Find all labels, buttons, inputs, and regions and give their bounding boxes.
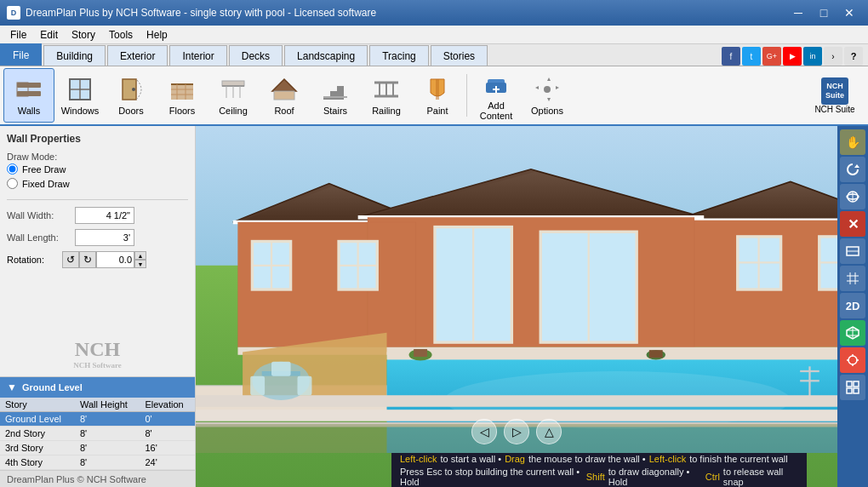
svg-rect-28	[323, 96, 347, 98]
viewport[interactable]: ◁ ▷ △ Left-click to start a wall • Drag …	[196, 126, 837, 487]
facebook-icon[interactable]: f	[722, 47, 740, 66]
table-row[interactable]: 4th Story 8' 24'	[0, 455, 195, 470]
rotate-ccw-button[interactable]: ↺	[62, 251, 79, 268]
menu-file[interactable]: File	[3, 27, 33, 43]
status-text: DreamPlan Plus © NCH Software	[7, 474, 146, 484]
svg-rect-51	[368, 217, 694, 347]
wall-width-label: Wall Width:	[7, 210, 75, 221]
svg-rect-85	[271, 362, 291, 376]
snap-button[interactable]	[840, 347, 865, 373]
svg-rect-115	[854, 388, 859, 393]
rotate-cw-button[interactable]: ↻	[79, 251, 96, 268]
options-icon	[534, 76, 561, 103]
google-icon[interactable]: G+	[762, 47, 781, 66]
close-button[interactable]: ✕	[837, 4, 861, 21]
nav-up-arrow[interactable]: △	[536, 419, 562, 444]
grid-button[interactable]	[840, 266, 865, 291]
tab-decks[interactable]: Decks	[229, 45, 283, 66]
windows-icon	[66, 76, 94, 103]
svg-rect-112	[847, 381, 852, 387]
nch-suite-label: NCH Suite	[814, 105, 854, 114]
orbit-tool-button[interactable]	[840, 184, 865, 209]
wall-width-input[interactable]	[75, 207, 134, 224]
tool-doors[interactable]: Doors	[106, 68, 157, 123]
ground-level-header: ▼ Ground Level	[0, 377, 195, 398]
tool-floors[interactable]: Floors	[157, 68, 208, 123]
menu-help[interactable]: Help	[140, 27, 174, 43]
wall-properties-title: Wall Properties	[7, 133, 188, 145]
ceiling-icon	[220, 76, 247, 103]
story-name: 2nd Story	[0, 427, 75, 441]
table-row[interactable]: Ground Level 8' 0'	[0, 412, 195, 427]
window-controls: ─ □ ✕	[786, 4, 861, 21]
maximize-button[interactable]: □	[812, 4, 836, 21]
nch-logo-text: NCH	[75, 338, 120, 361]
walls-visibility-button[interactable]	[840, 238, 865, 264]
help-icon[interactable]: ?	[844, 47, 863, 66]
doors-icon	[117, 76, 145, 103]
tool-railing[interactable]: Railing	[361, 68, 412, 123]
svg-rect-24	[274, 91, 294, 100]
rotation-input[interactable]	[96, 251, 134, 268]
free-draw-label: Free Draw	[22, 164, 66, 175]
tab-landscaping[interactable]: Landscaping	[284, 45, 368, 66]
rotation-down-button[interactable]: ▼	[134, 260, 146, 268]
twitter-icon[interactable]: t	[742, 47, 761, 66]
table-row[interactable]: 3rd Story 8' 16'	[0, 441, 195, 455]
tool-walls[interactable]: Walls	[3, 68, 54, 123]
story-table: Story Wall Height Elevation Ground Level…	[0, 398, 195, 470]
youtube-icon[interactable]: ▶	[783, 47, 802, 66]
tool-paint[interactable]: Paint	[412, 68, 463, 123]
fixed-draw-radio[interactable]: Fixed Draw	[7, 178, 188, 189]
svg-rect-83	[250, 376, 265, 396]
nav-left-arrow[interactable]: ◁	[471, 419, 497, 444]
free-draw-radio[interactable]: Free Draw	[7, 163, 188, 175]
svg-point-107	[848, 356, 857, 364]
tab-interior[interactable]: Interior	[169, 45, 226, 66]
wall-properties-panel: Wall Properties Draw Mode: Free Draw Fix…	[0, 126, 195, 338]
3d-view-button[interactable]	[840, 320, 865, 346]
tool-windows[interactable]: Windows	[54, 68, 106, 123]
tab-exterior[interactable]: Exterior	[107, 45, 168, 66]
2d-view-button[interactable]: 2D	[840, 293, 865, 318]
menu-tools[interactable]: Tools	[102, 27, 140, 43]
pointer-tool-button[interactable]: ✋	[840, 129, 865, 155]
app-icon: D	[7, 6, 20, 20]
tab-stories[interactable]: Stories	[431, 45, 488, 66]
instruction-line-2: Press Esc to stop building the current w…	[400, 467, 798, 487]
nch-suite-button[interactable]: NCHSuite NCH Suite	[805, 68, 865, 123]
nav-arrows: ◁ ▷ △	[471, 419, 562, 444]
svg-rect-1	[17, 91, 41, 96]
svg-marker-93	[854, 164, 859, 168]
free-draw-input[interactable]	[7, 163, 18, 175]
table-row[interactable]: 2nd Story 8' 8'	[0, 427, 195, 441]
tool-roof[interactable]: Roof	[259, 68, 310, 123]
tab-file[interactable]: File	[0, 43, 42, 66]
svg-rect-78	[387, 352, 837, 359]
minimize-button[interactable]: ─	[786, 4, 810, 21]
window-title: DreamPlan Plus by NCH Software - single …	[26, 7, 376, 19]
story-wall-height: 8'	[75, 455, 140, 470]
menu-edit[interactable]: Edit	[33, 27, 65, 43]
wall-width-row: Wall Width:	[7, 207, 188, 224]
fixed-draw-input[interactable]	[7, 178, 18, 189]
instruction-line-1: Left-click to start a wall • Drag the mo…	[400, 454, 798, 464]
wall-length-input[interactable]	[75, 229, 134, 246]
info-button[interactable]	[840, 375, 865, 400]
tool-stairs[interactable]: Stairs	[310, 68, 361, 123]
story-name: 4th Story	[0, 455, 75, 470]
tab-building[interactable]: Building	[43, 45, 106, 66]
delete-tool-button[interactable]: ✕	[840, 211, 865, 237]
rotate-tool-button[interactable]	[840, 157, 865, 182]
linkedin-icon[interactable]: in	[803, 47, 822, 66]
menu-story[interactable]: Story	[65, 27, 102, 43]
rotation-up-button[interactable]: ▲	[134, 251, 146, 260]
tool-ceiling[interactable]: Ceiling	[208, 68, 259, 123]
tab-tracing[interactable]: Tracing	[369, 45, 429, 66]
tool-add-content[interactable]: Add Content	[471, 68, 522, 123]
left-panel: Wall Properties Draw Mode: Free Draw Fix…	[0, 126, 196, 487]
tool-options[interactable]: Options	[522, 68, 573, 123]
chevron-icon[interactable]: ›	[824, 47, 842, 66]
drag-text: Drag	[505, 454, 525, 464]
nav-right-arrow[interactable]: ▷	[504, 419, 529, 444]
